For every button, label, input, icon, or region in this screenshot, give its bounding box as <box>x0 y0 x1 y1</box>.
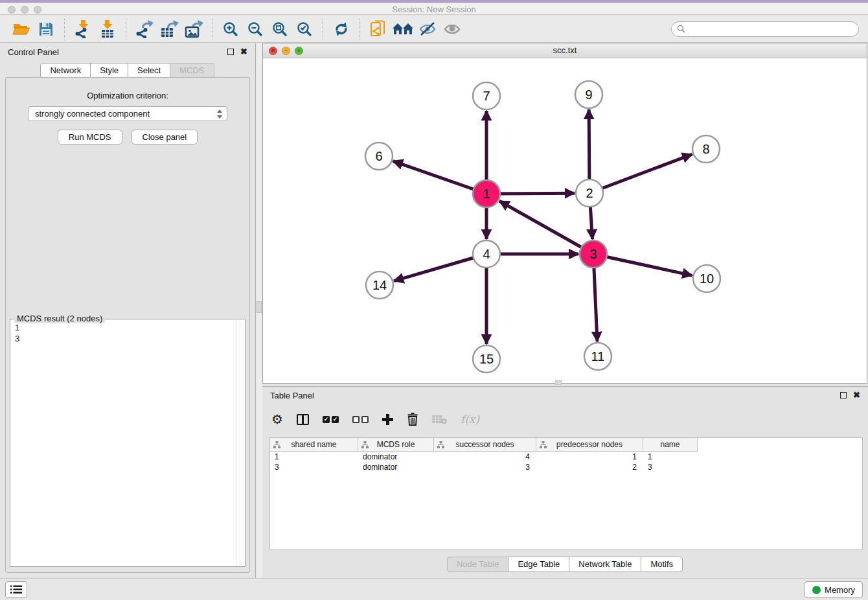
table-row[interactable]: 1dominator411 <box>270 452 862 462</box>
result-scrollbar[interactable] <box>236 320 244 566</box>
vertical-splitter[interactable] <box>257 43 262 578</box>
table-cell-successor-nodes[interactable]: 3 <box>434 462 536 472</box>
table-cell-name[interactable]: 3 <box>643 462 698 472</box>
graph-edge-4-14[interactable] <box>394 254 486 281</box>
tab-style[interactable]: Style <box>90 63 128 78</box>
table-cell-mcds-role[interactable]: dominator <box>358 452 434 462</box>
graph-node-4[interactable]: 4 <box>473 240 500 268</box>
hide-selected-button[interactable] <box>415 18 440 40</box>
network-minimize-button[interactable]: – <box>282 47 290 55</box>
tab-edge-table[interactable]: Edge Table <box>508 557 569 572</box>
zoom-out-button[interactable] <box>243 18 268 40</box>
import-table-button[interactable] <box>95 18 120 40</box>
duplicate-network-button[interactable] <box>366 18 391 40</box>
select-all-button[interactable]: ✓ ✓ <box>323 416 339 423</box>
import-network-button[interactable] <box>71 18 95 40</box>
graph-edge-3-10[interactable] <box>593 254 692 275</box>
graph-node-2[interactable]: 2 <box>576 179 603 207</box>
graph-edge-1-6[interactable] <box>393 161 486 194</box>
app-minimize-button[interactable] <box>21 6 29 14</box>
delete-table-button[interactable] <box>432 414 447 424</box>
toggle-column-panel-button[interactable] <box>297 414 309 425</box>
graph-node-7[interactable]: 7 <box>473 82 500 110</box>
network-close-button[interactable]: ✕ <box>269 47 277 55</box>
graph-node-9[interactable]: 9 <box>575 81 602 108</box>
tab-motifs[interactable]: Motifs <box>641 557 683 572</box>
table-cell-predecessor-nodes[interactable]: 2 <box>536 462 643 472</box>
column-header-successor-nodes[interactable]: successor nodes <box>434 438 536 452</box>
table-cell-mcds-role[interactable]: dominator <box>358 462 434 472</box>
float-table-panel-icon[interactable] <box>840 392 847 398</box>
graph-node-1[interactable]: 1 <box>473 180 500 207</box>
graph-node-10[interactable]: 10 <box>693 265 720 292</box>
graph-node-3[interactable]: 3 <box>580 240 607 268</box>
tab-mcds[interactable]: MCDS <box>170 63 214 78</box>
table-row[interactable]: 3dominator323 <box>270 462 862 472</box>
table-cell-shared-name[interactable]: 1 <box>270 452 358 462</box>
memory-button[interactable]: Memory <box>805 581 863 598</box>
show-all-button[interactable] <box>440 18 464 40</box>
run-mcds-button[interactable]: Run MCDS <box>58 130 122 144</box>
table-settings-button[interactable]: ⚙ <box>271 413 283 426</box>
graph-node-11[interactable]: 11 <box>584 343 611 370</box>
app-zoom-button[interactable] <box>34 6 41 14</box>
function-builder-button[interactable]: f(x) <box>461 413 479 426</box>
window-top-edge <box>0 0 868 3</box>
column-header-shared-name[interactable]: shared name <box>270 438 358 452</box>
graph-node-6[interactable]: 6 <box>365 143 393 170</box>
table-cell-predecessor-nodes[interactable]: 1 <box>536 452 643 462</box>
export-network-button[interactable] <box>132 18 157 40</box>
vertical-splitter-handle[interactable] <box>257 301 262 313</box>
network-window-titlebar[interactable]: ✕ – + scc.txt <box>263 43 867 58</box>
table-cell-successor-nodes[interactable]: 4 <box>434 452 536 462</box>
graph-node-15[interactable]: 15 <box>473 345 500 373</box>
tab-select[interactable]: Select <box>128 63 170 78</box>
network-canvas-svg[interactable]: 1234678910111415 <box>263 58 867 383</box>
network-canvas[interactable]: 1234678910111415 <box>263 58 867 383</box>
table-cell-shared-name[interactable]: 3 <box>270 462 358 472</box>
delete-table-icon <box>432 414 447 424</box>
graph-node-14[interactable]: 14 <box>366 271 393 299</box>
open-session-button[interactable] <box>9 18 34 40</box>
float-panel-icon[interactable] <box>227 49 234 55</box>
app-close-button[interactable] <box>8 6 16 14</box>
export-image-button[interactable] <box>181 18 206 40</box>
first-neighbors-button[interactable] <box>391 18 415 40</box>
network-window-title: scc.txt <box>263 43 867 58</box>
refresh-button[interactable] <box>329 18 354 40</box>
delete-row-button[interactable] <box>407 413 418 426</box>
tab-network[interactable]: Network <box>40 63 91 78</box>
zoom-selected-button[interactable] <box>292 18 317 40</box>
duplicate-network-icon <box>370 20 387 38</box>
horizontal-splitter-handle[interactable] <box>555 380 562 385</box>
zoom-selected-icon <box>296 21 313 38</box>
column-header-mcds-role[interactable]: MCDS role <box>358 438 434 452</box>
menu-toggle-button[interactable] <box>5 581 27 598</box>
graph-edge-2-8[interactable] <box>589 154 692 193</box>
close-panel-icon[interactable]: ✖ <box>240 49 247 55</box>
column-header-predecessor-nodes[interactable]: predecessor nodes <box>536 438 643 452</box>
export-table-button[interactable] <box>157 18 181 40</box>
memory-status-dot <box>812 586 821 594</box>
tab-network-table[interactable]: Network Table <box>569 557 641 572</box>
save-session-button[interactable] <box>34 18 58 40</box>
deselect-all-button[interactable] <box>352 416 369 423</box>
mcds-result-list[interactable]: 13 <box>11 320 236 566</box>
zoom-fit-button[interactable] <box>268 18 292 40</box>
zoom-in-button[interactable] <box>218 18 243 40</box>
add-row-button[interactable] <box>382 414 393 425</box>
close-panel-button[interactable]: Close panel <box>131 130 198 144</box>
svg-text:7: 7 <box>483 89 490 103</box>
toolbar-search[interactable] <box>671 21 859 37</box>
search-input[interactable] <box>689 24 853 34</box>
table-cell-name[interactable]: 1 <box>643 452 698 462</box>
eye-icon <box>443 21 461 37</box>
criterion-select[interactable]: strongly connected component <box>28 106 227 121</box>
graph-node-8[interactable]: 8 <box>692 135 720 163</box>
close-table-panel-icon[interactable]: ✖ <box>853 392 860 398</box>
checked-box-icon: ✓ <box>323 416 330 423</box>
network-maximize-button[interactable]: + <box>295 47 303 55</box>
tab-node-table[interactable]: Node Table <box>447 557 509 572</box>
graph-edge-3-1[interactable] <box>499 201 593 254</box>
column-header-name[interactable]: name <box>643 438 698 452</box>
